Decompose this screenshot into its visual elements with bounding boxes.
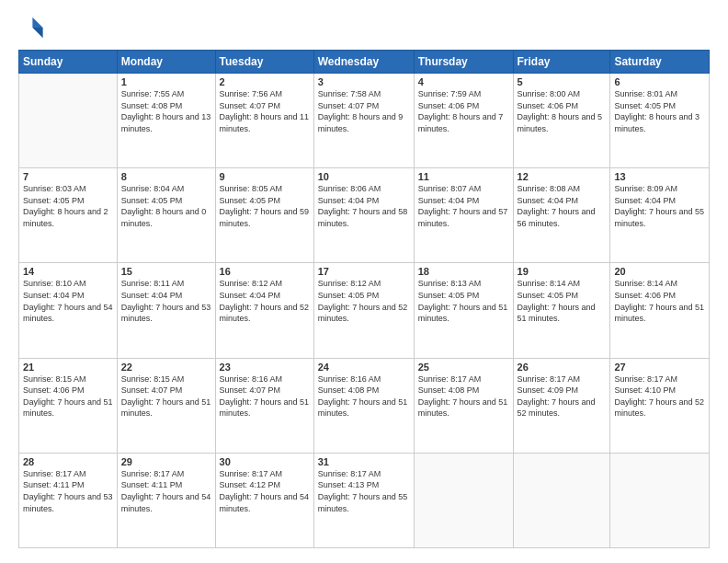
day-number: 31: [318, 456, 410, 467]
calendar-cell: 19Sunrise: 8:14 AMSunset: 4:05 PMDayligh…: [513, 263, 610, 358]
day-number: 19: [518, 266, 607, 277]
day-info: Sunrise: 8:12 AMSunset: 4:04 PMDaylight:…: [220, 278, 310, 324]
day-number: 4: [418, 76, 509, 87]
day-info: Sunrise: 8:10 AMSunset: 4:04 PMDaylight:…: [23, 278, 113, 324]
day-info: Sunrise: 8:15 AMSunset: 4:06 PMDaylight:…: [23, 373, 113, 419]
day-number: 6: [614, 76, 705, 87]
weekday-header-tuesday: Tuesday: [215, 51, 313, 74]
calendar-cell: 11Sunrise: 8:07 AMSunset: 4:04 PMDayligh…: [414, 168, 513, 263]
weekday-header-wednesday: Wednesday: [313, 51, 414, 74]
weekday-header-monday: Monday: [117, 51, 215, 74]
calendar-cell: 18Sunrise: 8:13 AMSunset: 4:05 PMDayligh…: [414, 263, 513, 358]
day-number: 14: [23, 266, 113, 277]
day-info: Sunrise: 8:14 AMSunset: 4:05 PMDaylight:…: [518, 278, 607, 324]
calendar-cell: 7Sunrise: 8:03 AMSunset: 4:05 PMDaylight…: [19, 168, 118, 263]
calendar-cell: 26Sunrise: 8:17 AMSunset: 4:09 PMDayligh…: [513, 358, 610, 453]
calendar-cell: 6Sunrise: 8:01 AMSunset: 4:05 PMDaylight…: [610, 74, 710, 168]
day-number: 23: [220, 362, 310, 373]
day-number: 2: [220, 76, 310, 87]
calendar-cell: 9Sunrise: 8:05 AMSunset: 4:05 PMDaylight…: [215, 168, 313, 263]
day-number: 7: [23, 171, 113, 182]
calendar-week-5: 28Sunrise: 8:17 AMSunset: 4:11 PMDayligh…: [19, 453, 710, 547]
day-info: Sunrise: 7:58 AMSunset: 4:07 PMDaylight:…: [318, 88, 410, 134]
day-info: Sunrise: 8:17 AMSunset: 4:10 PMDaylight:…: [614, 373, 705, 419]
calendar-cell: 17Sunrise: 8:12 AMSunset: 4:05 PMDayligh…: [313, 263, 414, 358]
day-number: 13: [614, 171, 705, 182]
day-info: Sunrise: 8:03 AMSunset: 4:05 PMDaylight:…: [23, 183, 113, 229]
day-number: 28: [23, 456, 113, 467]
calendar-cell: 3Sunrise: 7:58 AMSunset: 4:07 PMDaylight…: [313, 74, 414, 168]
day-number: 3: [318, 76, 410, 87]
day-info: Sunrise: 8:09 AMSunset: 4:04 PMDaylight:…: [614, 183, 705, 229]
calendar-cell: 25Sunrise: 8:17 AMSunset: 4:08 PMDayligh…: [414, 358, 513, 453]
day-info: Sunrise: 8:06 AMSunset: 4:04 PMDaylight:…: [318, 183, 410, 229]
calendar-week-1: 1Sunrise: 7:55 AMSunset: 4:08 PMDaylight…: [19, 74, 710, 168]
day-info: Sunrise: 7:56 AMSunset: 4:07 PMDaylight:…: [220, 88, 310, 134]
day-number: 20: [614, 266, 705, 277]
day-info: Sunrise: 8:11 AMSunset: 4:04 PMDaylight:…: [121, 278, 211, 324]
day-number: 18: [418, 266, 509, 277]
day-info: Sunrise: 8:14 AMSunset: 4:06 PMDaylight:…: [614, 278, 705, 324]
calendar-cell: 20Sunrise: 8:14 AMSunset: 4:06 PMDayligh…: [610, 263, 710, 358]
day-info: Sunrise: 8:16 AMSunset: 4:07 PMDaylight:…: [220, 373, 310, 419]
calendar-cell: 1Sunrise: 7:55 AMSunset: 4:08 PMDaylight…: [117, 74, 215, 168]
calendar-week-3: 14Sunrise: 8:10 AMSunset: 4:04 PMDayligh…: [19, 263, 710, 358]
day-info: Sunrise: 8:05 AMSunset: 4:05 PMDaylight:…: [220, 183, 310, 229]
day-number: 15: [121, 266, 211, 277]
day-number: 21: [23, 362, 113, 373]
calendar-cell: 21Sunrise: 8:15 AMSunset: 4:06 PMDayligh…: [19, 358, 118, 453]
day-info: Sunrise: 8:00 AMSunset: 4:06 PMDaylight:…: [518, 88, 607, 134]
day-info: Sunrise: 8:08 AMSunset: 4:04 PMDaylight:…: [518, 183, 607, 229]
calendar-cell: 22Sunrise: 8:15 AMSunset: 4:07 PMDayligh…: [117, 358, 215, 453]
day-info: Sunrise: 8:17 AMSunset: 4:11 PMDaylight:…: [121, 468, 211, 514]
page: SundayMondayTuesdayWednesdayThursdayFrid…: [0, 0, 728, 563]
day-info: Sunrise: 8:07 AMSunset: 4:04 PMDaylight:…: [418, 183, 509, 229]
svg-marker-0: [32, 17, 42, 28]
weekday-header-saturday: Saturday: [610, 51, 710, 74]
header: [18, 15, 710, 40]
day-info: Sunrise: 8:01 AMSunset: 4:05 PMDaylight:…: [614, 88, 705, 134]
day-number: 11: [418, 171, 509, 182]
calendar-cell: 12Sunrise: 8:08 AMSunset: 4:04 PMDayligh…: [513, 168, 610, 263]
day-info: Sunrise: 8:13 AMSunset: 4:05 PMDaylight:…: [418, 278, 509, 324]
day-number: 10: [318, 171, 410, 182]
logo-icon: [18, 15, 44, 40]
calendar-cell: 29Sunrise: 8:17 AMSunset: 4:11 PMDayligh…: [117, 453, 215, 547]
day-number: 1: [121, 76, 211, 87]
day-info: Sunrise: 7:59 AMSunset: 4:06 PMDaylight:…: [418, 88, 509, 134]
day-number: 8: [121, 171, 211, 182]
calendar-cell: [414, 453, 513, 547]
calendar-cell: 31Sunrise: 8:17 AMSunset: 4:13 PMDayligh…: [313, 453, 414, 547]
calendar-cell: 13Sunrise: 8:09 AMSunset: 4:04 PMDayligh…: [610, 168, 710, 263]
day-info: Sunrise: 8:04 AMSunset: 4:05 PMDaylight:…: [121, 183, 211, 229]
weekday-header-sunday: Sunday: [19, 51, 118, 74]
calendar-cell: 30Sunrise: 8:17 AMSunset: 4:12 PMDayligh…: [215, 453, 313, 547]
calendar-week-4: 21Sunrise: 8:15 AMSunset: 4:06 PMDayligh…: [19, 358, 710, 453]
day-number: 30: [220, 456, 310, 467]
calendar-cell: [513, 453, 610, 547]
calendar-cell: 8Sunrise: 8:04 AMSunset: 4:05 PMDaylight…: [117, 168, 215, 263]
day-number: 16: [220, 266, 310, 277]
weekday-header-thursday: Thursday: [414, 51, 513, 74]
day-number: 29: [121, 456, 211, 467]
day-info: Sunrise: 8:16 AMSunset: 4:08 PMDaylight:…: [318, 373, 410, 419]
calendar-cell: 14Sunrise: 8:10 AMSunset: 4:04 PMDayligh…: [19, 263, 118, 358]
day-number: 17: [318, 266, 410, 277]
calendar-cell: [19, 74, 118, 168]
day-number: 25: [418, 362, 509, 373]
day-number: 12: [518, 171, 607, 182]
day-info: Sunrise: 8:17 AMSunset: 4:08 PMDaylight:…: [418, 373, 509, 419]
svg-marker-1: [32, 28, 42, 38]
day-info: Sunrise: 8:12 AMSunset: 4:05 PMDaylight:…: [318, 278, 410, 324]
calendar-cell: 5Sunrise: 8:00 AMSunset: 4:06 PMDaylight…: [513, 74, 610, 168]
day-info: Sunrise: 8:17 AMSunset: 4:11 PMDaylight:…: [23, 468, 113, 514]
calendar-cell: 27Sunrise: 8:17 AMSunset: 4:10 PMDayligh…: [610, 358, 710, 453]
logo: [18, 15, 48, 40]
day-number: 26: [518, 362, 607, 373]
day-info: Sunrise: 8:17 AMSunset: 4:12 PMDaylight:…: [220, 468, 310, 514]
day-number: 5: [518, 76, 607, 87]
day-number: 24: [318, 362, 410, 373]
calendar-cell: 23Sunrise: 8:16 AMSunset: 4:07 PMDayligh…: [215, 358, 313, 453]
calendar-week-2: 7Sunrise: 8:03 AMSunset: 4:05 PMDaylight…: [19, 168, 710, 263]
day-number: 27: [614, 362, 705, 373]
